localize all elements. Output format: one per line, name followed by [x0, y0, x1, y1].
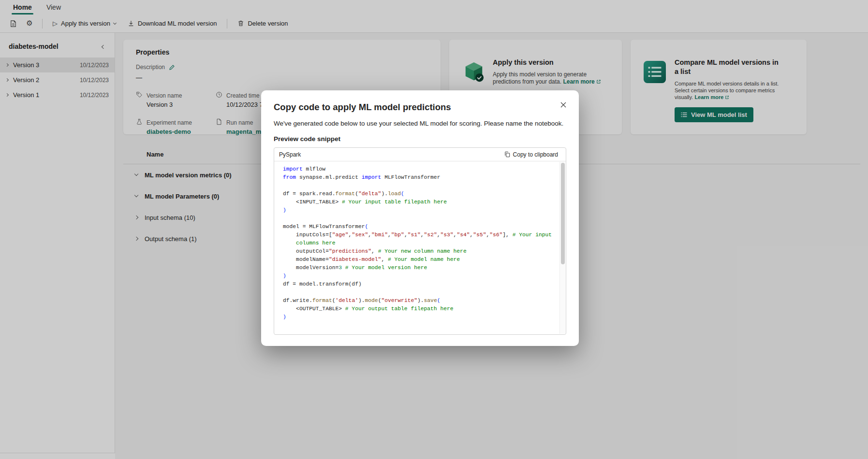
code-snippet-box: PySpark Copy to clipboard import mlflowf… [274, 147, 566, 335]
code-header: PySpark Copy to clipboard [274, 148, 566, 161]
scrollbar-thumb[interactable] [561, 163, 565, 264]
preview-snippet-label: Preview code snippet [274, 135, 566, 143]
code-scrollbar[interactable] [559, 162, 565, 334]
copy-code-dialog: Copy code to apply ML model predictions … [261, 90, 579, 346]
copy-to-clipboard-button[interactable]: Copy to clipboard [501, 149, 561, 160]
dialog-subtitle: We've generated code below to use your s… [274, 120, 566, 127]
close-button[interactable] [557, 98, 570, 112]
copy-icon [504, 151, 510, 158]
dialog-title: Copy code to apply ML model predictions [274, 102, 566, 113]
close-icon [560, 102, 566, 108]
code-content: import mlflowfrom synapse.ml.predict imp… [274, 162, 559, 334]
copy-to-clipboard-label: Copy to clipboard [513, 151, 558, 158]
app-window: Home View ⚙ ▷ Apply this version Downloa… [0, 0, 868, 459]
language-label: PySpark [279, 151, 301, 158]
